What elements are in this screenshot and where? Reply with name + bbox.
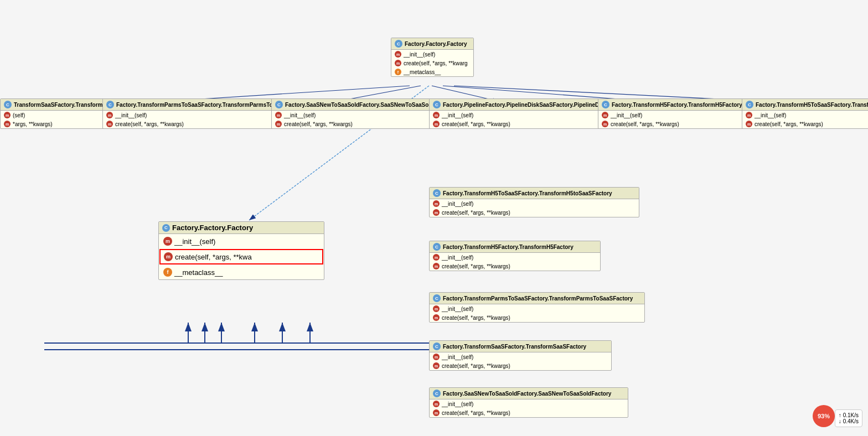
method-icon-2: m bbox=[275, 121, 282, 127]
method-label-2: create(self, *args, **kwargs) bbox=[442, 315, 510, 321]
method-label-2: create(self, *args, **kwargs) bbox=[115, 121, 184, 127]
class-icon: C bbox=[602, 101, 609, 108]
method-1[interactable]: m __init__(self) bbox=[430, 352, 611, 361]
method-label: __init__(self) bbox=[611, 112, 642, 118]
bot-saas-header: C Factory.SaaSNewToSaaSoldFactory.SaaSNe… bbox=[430, 388, 628, 399]
mid-h5saas-header: C Factory.TransformH5ToSaaSFactory.Trans… bbox=[430, 188, 639, 199]
method-label: __init__(self) bbox=[442, 354, 473, 360]
large-method-metaclass[interactable]: f __metaclass__ bbox=[159, 265, 324, 279]
method-icon-f: f bbox=[395, 69, 401, 75]
method-label-2: create(self, *args, **kwargs) bbox=[755, 121, 823, 127]
method-icon-large-m: m bbox=[163, 237, 172, 246]
method-1[interactable]: m __init__(self) bbox=[430, 304, 644, 313]
method-1[interactable]: m __init__(self) bbox=[598, 111, 746, 120]
method-1[interactable]: m __init__(self) bbox=[430, 399, 628, 408]
method-2[interactable]: m create(self, *args, **kwargs) bbox=[430, 208, 639, 217]
method-2[interactable]: m create(self, *args, **kwargs) bbox=[430, 408, 628, 417]
top-h5-class[interactable]: C Factory.TransformH5Factory.TransformH5… bbox=[598, 98, 746, 129]
method-label-2: create(self, *args, **kwargs) bbox=[442, 410, 510, 416]
class-icon: C bbox=[433, 101, 441, 108]
class-icon: C bbox=[433, 189, 441, 197]
stats-down: ↓ 0.4K/s bbox=[839, 418, 859, 424]
method-label: __init__(self) bbox=[442, 201, 473, 207]
mid-parms-header: C Factory.TransformParmsToSaaSFactory.Tr… bbox=[430, 293, 644, 304]
method-metaclass[interactable]: f __metaclass__ bbox=[391, 68, 473, 76]
method-icon-2: m bbox=[106, 121, 113, 127]
class-title: Factory.TransformParmsToSaaSFactory.Tran… bbox=[443, 295, 633, 302]
method-icon: m bbox=[106, 112, 113, 118]
method-label: __init__(self) bbox=[442, 306, 473, 312]
mid-parms-class[interactable]: C Factory.TransformParmsToSaaSFactory.Tr… bbox=[429, 292, 645, 323]
method-icon-2: m bbox=[433, 209, 440, 216]
method-icon-2: m bbox=[433, 409, 440, 416]
top-right-class[interactable]: C Factory.TransformH5ToSaaSFactory.Trans… bbox=[742, 98, 868, 129]
method-icon: m bbox=[602, 112, 608, 118]
large-method-init[interactable]: m __init__(self) bbox=[159, 234, 324, 248]
class-icon: C bbox=[433, 294, 441, 302]
method-2[interactable]: m create(self, *args, **kwargs) bbox=[430, 361, 611, 370]
method-1[interactable]: m __init__(self) bbox=[430, 199, 639, 208]
method-label: __init__(self) bbox=[442, 401, 473, 407]
large-method-create[interactable]: m create(self, *args, **kwa bbox=[159, 249, 323, 264]
method-label-2: create(self, *args, **kwargs) bbox=[284, 121, 353, 127]
method-icon: m bbox=[433, 254, 440, 261]
method-icon-m2: m bbox=[395, 60, 401, 66]
class-title: Factory.TransformH5ToSaaSFactory.Transfo… bbox=[443, 190, 612, 196]
large-center-class[interactable]: C Factory.Factory.Factory m __init__(sel… bbox=[158, 221, 324, 280]
mid-h5-class[interactable]: C Factory.TransformH5Factory.TransformH5… bbox=[429, 241, 601, 271]
top-h5-header: C Factory.TransformH5Factory.TransformH5… bbox=[598, 99, 746, 111]
uml-canvas[interactable]: C Factory.Factory.Factory m __init__(sel… bbox=[0, 0, 868, 436]
zoom-badge[interactable]: 93% bbox=[813, 405, 835, 427]
method-2[interactable]: m create(self, *args, **kwargs) bbox=[430, 262, 600, 271]
class-title: Factory.TransformH5Factory.TransformH5Fa… bbox=[612, 102, 742, 108]
method-2[interactable]: m create(self, *args, **kwargs) bbox=[430, 313, 644, 322]
method-icon: m bbox=[4, 112, 11, 118]
class-title: Factory.Factory.Factory bbox=[405, 41, 467, 47]
method-icon-2: m bbox=[4, 121, 11, 127]
class-icon-c: C bbox=[395, 40, 402, 48]
class-title: Factory.SaaSNewToSaaSoldFactory.SaaSNewT… bbox=[285, 102, 453, 108]
method-1[interactable]: m __init__(self) bbox=[742, 111, 868, 120]
large-method-label-2: __metaclass__ bbox=[174, 268, 223, 277]
method-icon: m bbox=[433, 401, 440, 407]
method-icon-m: m bbox=[395, 51, 401, 58]
method-icon-2: m bbox=[433, 121, 440, 127]
method-2[interactable]: m create(self, *args, **kwargs) bbox=[598, 120, 746, 128]
stats-up: ↑ 0.1K/s bbox=[839, 412, 859, 418]
class-icon: C bbox=[106, 101, 114, 108]
large-method-label-0: __init__(self) bbox=[174, 237, 215, 246]
method-icon-2: m bbox=[746, 121, 752, 127]
method-label-2: create(self, *args, **kwargs) bbox=[442, 263, 510, 269]
mid-saas-header: C Factory.TransformSaaSFactory.Transform… bbox=[430, 341, 611, 352]
method-create[interactable]: m create(self, *args, **kwarg bbox=[391, 59, 473, 68]
class-icon: C bbox=[433, 390, 441, 397]
method-icon-2: m bbox=[602, 121, 608, 127]
mid-saas-class[interactable]: C Factory.TransformSaaSFactory.Transform… bbox=[429, 340, 612, 371]
method-1[interactable]: m __init__(self) bbox=[430, 253, 600, 262]
class-icon: C bbox=[433, 243, 441, 251]
bot-saas-class[interactable]: C Factory.SaaSNewToSaaSoldFactory.SaaSNe… bbox=[429, 387, 628, 418]
method-label: (self) bbox=[13, 112, 25, 118]
large-class-title: Factory.Factory.Factory bbox=[172, 224, 253, 232]
class-title: Factory.TransformH5ToSaaSFactory.Transfo… bbox=[756, 102, 868, 108]
method-icon-2: m bbox=[433, 362, 440, 369]
class-title: Factory.SaaSNewToSaaSoldFactory.SaaSNewT… bbox=[443, 391, 611, 397]
class-icon: C bbox=[746, 101, 753, 108]
method-label-3: __metaclass__ bbox=[404, 69, 441, 75]
method-label-2: *args, **kwargs) bbox=[13, 121, 53, 127]
method-2[interactable]: m create(self, *args, **kwargs) bbox=[742, 120, 868, 128]
mid-h5saas-class[interactable]: C Factory.TransformH5ToSaaSFactory.Trans… bbox=[429, 187, 639, 217]
class-title: Factory.TransformSaaSFactory.TransformSa… bbox=[443, 344, 586, 350]
method-label: __init__(self) bbox=[442, 112, 473, 118]
class-icon: C bbox=[433, 342, 441, 350]
class-title: Factory.TransformH5Factory.TransformH5Fa… bbox=[443, 244, 574, 250]
method-icon-2: m bbox=[433, 314, 440, 321]
top-right-header: C Factory.TransformH5ToSaaSFactory.Trans… bbox=[742, 99, 868, 111]
method-label-2: create(self, *args, **kwarg bbox=[404, 60, 468, 66]
method-init[interactable]: m __init__(self) bbox=[391, 50, 473, 59]
method-label: __init__(self) bbox=[404, 51, 435, 58]
top-center-class[interactable]: C Factory.Factory.Factory m __init__(sel… bbox=[391, 38, 474, 77]
method-label-2: create(self, *args, **kwargs) bbox=[611, 121, 679, 127]
stats-panel: ↑ 0.1K/s ↓ 0.4K/s bbox=[835, 409, 862, 427]
method-icon-large-f: f bbox=[163, 268, 172, 277]
